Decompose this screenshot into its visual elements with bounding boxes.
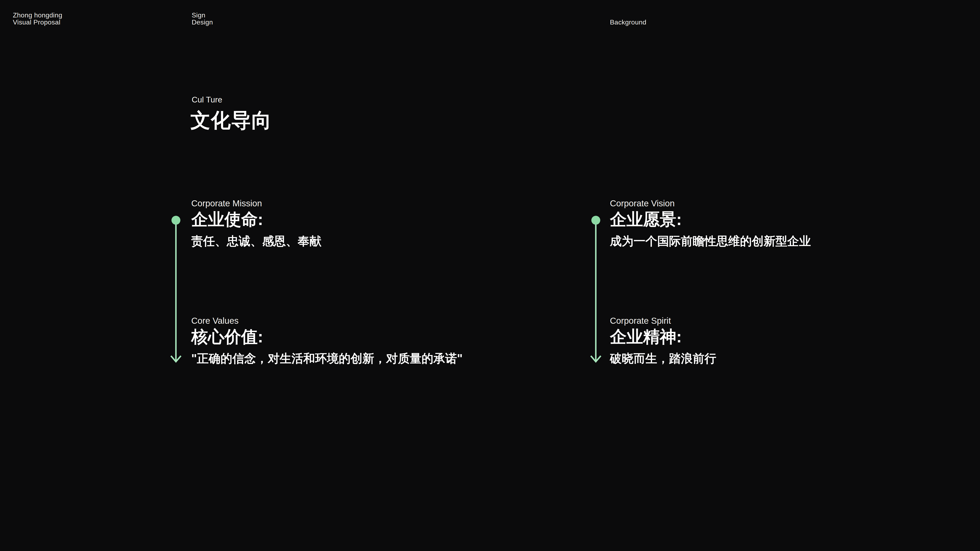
section-body: 责任、忠诚、感恩、奉献 (191, 234, 544, 248)
section-label-en: Corporate Spirit (610, 316, 963, 326)
flow-origin-dot-icon (592, 216, 600, 225)
doc-type-block: Sign Design (192, 12, 213, 26)
section-corporate-vision: Corporate Vision 企业愿景: 成为一个国际前瞻性思维的创新型企业 (610, 198, 963, 248)
section-heading: 核心价值: (191, 327, 544, 347)
section-heading: 企业愿景: (610, 210, 963, 229)
brand-line-1: Zhong hongding (13, 12, 62, 19)
section-corporate-mission: Corporate Mission 企业使命: 责任、忠诚、感恩、奉献 (191, 198, 544, 248)
section-label-en: Core Values (191, 316, 544, 326)
doc-line-2: Design (192, 19, 213, 26)
page-title: 文化导向 (191, 106, 272, 134)
section-corporate-spirit: Corporate Spirit 企业精神: 破晓而生，踏浪前行 (610, 316, 963, 365)
flow-arrow-right-icon (590, 215, 602, 363)
flow-origin-dot-icon (172, 216, 180, 225)
brand-block: Zhong hongding Visual Proposal (13, 12, 62, 26)
brand-line-2: Visual Proposal (13, 19, 62, 26)
section-label-en: Corporate Vision (610, 198, 963, 209)
section-core-values: Core Values 核心价值: "正确的信念，对生活和环境的创新，对质量的承… (191, 316, 544, 365)
flow-arrow-left-icon (170, 215, 182, 363)
section-heading: 企业使命: (191, 210, 544, 229)
slide-background: Zhong hongding Visual Proposal Sign Desi… (0, 0, 980, 551)
section-heading: 企业精神: (610, 327, 963, 347)
section-body: 破晓而生，踏浪前行 (610, 351, 963, 365)
doc-line-1: Sign (192, 12, 213, 19)
title-eyebrow: Cul Ture (192, 95, 222, 105)
section-body: "正确的信念，对生活和环境的创新，对质量的承诺" (191, 351, 544, 365)
section-label: Background (610, 19, 646, 26)
section-label-en: Corporate Mission (191, 198, 544, 209)
section-body: 成为一个国际前瞻性思维的创新型企业 (610, 234, 963, 248)
